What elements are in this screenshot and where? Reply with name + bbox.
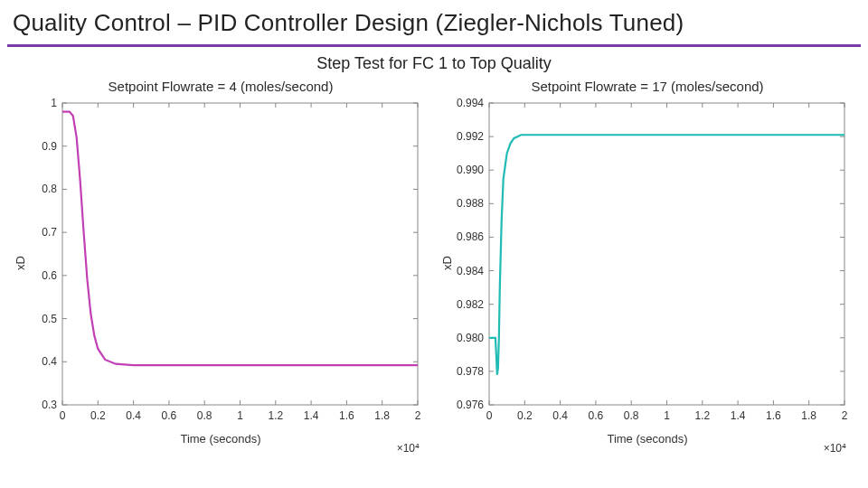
svg-text:0.4: 0.4 <box>42 355 57 368</box>
series-line <box>62 112 418 366</box>
svg-text:0.3: 0.3 <box>42 399 57 411</box>
left-y-axis-label: xD <box>14 256 27 270</box>
svg-text:0.982: 0.982 <box>457 298 484 311</box>
svg-text:0.4: 0.4 <box>552 409 568 422</box>
svg-text:0.8: 0.8 <box>624 409 639 422</box>
svg-text:1: 1 <box>664 409 670 422</box>
svg-text:1.6: 1.6 <box>766 409 781 422</box>
svg-text:1.6: 1.6 <box>339 409 354 422</box>
svg-text:0.978: 0.978 <box>457 365 484 378</box>
right-chart: 00.20.40.60.811.21.41.61.820.9760.9780.9… <box>439 96 855 430</box>
svg-text:0.990: 0.990 <box>457 164 484 176</box>
right-plot-panel: Setpoint Flowrate = 17 (moles/second) xD… <box>439 79 855 455</box>
svg-text:0.5: 0.5 <box>42 313 57 325</box>
svg-text:2: 2 <box>842 409 848 422</box>
svg-text:0.2: 0.2 <box>517 409 533 422</box>
svg-text:0: 0 <box>486 409 493 422</box>
svg-text:1.2: 1.2 <box>694 409 710 422</box>
left-chart: 00.20.40.60.811.21.41.61.820.30.40.50.60… <box>13 96 429 430</box>
svg-text:1.8: 1.8 <box>801 409 816 422</box>
right-plot-title: Setpoint Flowrate = 17 (moles/second) <box>439 79 855 94</box>
svg-text:0.986: 0.986 <box>457 230 484 243</box>
svg-text:0.6: 0.6 <box>42 269 57 282</box>
svg-text:0.4: 0.4 <box>126 409 141 422</box>
svg-text:0.9: 0.9 <box>42 140 57 153</box>
svg-text:0.984: 0.984 <box>457 265 484 277</box>
svg-text:0.2: 0.2 <box>90 409 106 422</box>
svg-text:1.4: 1.4 <box>304 409 319 422</box>
svg-text:0.8: 0.8 <box>197 409 212 422</box>
svg-text:0: 0 <box>60 409 66 422</box>
svg-text:1: 1 <box>51 97 57 109</box>
right-y-axis-label: xD <box>440 256 454 270</box>
svg-text:1.4: 1.4 <box>731 409 746 422</box>
title-divider <box>7 44 861 47</box>
subtitle: Step Test for FC 1 to Top Quality <box>0 54 868 73</box>
svg-text:0.6: 0.6 <box>589 409 604 422</box>
svg-text:0.8: 0.8 <box>42 183 57 195</box>
svg-text:0.6: 0.6 <box>162 409 177 422</box>
page-title: Quality Control – PID Controller Design … <box>0 0 868 44</box>
series-line <box>489 135 844 374</box>
plots-container: Setpoint Flowrate = 4 (moles/second) xD … <box>0 79 868 455</box>
svg-rect-0 <box>62 103 418 405</box>
svg-text:0.992: 0.992 <box>457 130 484 143</box>
svg-text:0.980: 0.980 <box>457 332 484 344</box>
svg-text:0.994: 0.994 <box>457 97 484 109</box>
svg-text:0.7: 0.7 <box>42 226 57 239</box>
left-axes-wrap: xD 00.20.40.60.811.21.41.61.820.30.40.50… <box>13 96 429 430</box>
svg-text:0.976: 0.976 <box>457 399 484 411</box>
svg-text:0.988: 0.988 <box>457 197 484 210</box>
right-axes-wrap: xD 00.20.40.60.811.21.41.61.820.9760.978… <box>439 96 855 430</box>
left-plot-title: Setpoint Flowrate = 4 (moles/second) <box>13 79 429 94</box>
svg-text:1.8: 1.8 <box>374 409 390 422</box>
svg-rect-58 <box>489 103 844 405</box>
svg-text:1.2: 1.2 <box>268 409 283 422</box>
svg-text:2: 2 <box>415 409 421 422</box>
left-plot-panel: Setpoint Flowrate = 4 (moles/second) xD … <box>13 79 429 455</box>
svg-text:1: 1 <box>237 409 243 422</box>
